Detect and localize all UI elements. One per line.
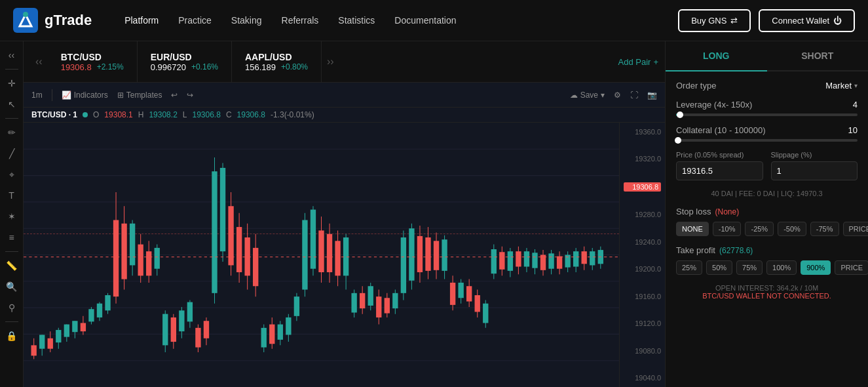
plus-icon: +: [653, 57, 658, 67]
tp-btn-100[interactable]: 100%: [766, 260, 797, 275]
add-pair-label: Add Pair: [618, 57, 651, 67]
logo: gTrade: [13, 8, 92, 33]
leverage-thumb[interactable]: [677, 112, 683, 118]
undo-button[interactable]: ↩: [171, 91, 178, 100]
svg-rect-49: [179, 310, 184, 331]
pair-tab-eurusd[interactable]: EUR/USD 0.996720 +0.16%: [138, 41, 232, 82]
svg-rect-67: [253, 248, 258, 286]
svg-rect-45: [162, 314, 168, 346]
order-info: 40 DAI | FEE: 0 DAI | LIQ: 14970.3: [676, 190, 858, 197]
pair-tab-aaplusd[interactable]: AAPL/USD 156.189 +0.80%: [232, 41, 322, 82]
pair-tab-btcusd[interactable]: BTC/USD 19306.8 +2.15%: [48, 41, 138, 82]
settings-icon[interactable]: ⚙: [614, 91, 621, 100]
svg-rect-115: [450, 283, 455, 305]
tp-btn-25[interactable]: 25%: [676, 260, 702, 275]
svg-rect-141: [557, 256, 562, 269]
nav-practice[interactable]: Practice: [178, 12, 212, 28]
svg-rect-103: [401, 237, 406, 293]
buy-gns-button[interactable]: Buy GNS ⇄: [678, 9, 751, 32]
timeframe-selector[interactable]: 1m: [31, 91, 43, 100]
chevron-down-icon: ▾: [601, 91, 605, 100]
nav-referrals[interactable]: Referrals: [282, 12, 319, 28]
take-profit-buttons: 25% 50% 75% 100% 900% PRICE: [676, 260, 858, 275]
leverage-slider[interactable]: [676, 113, 858, 116]
sl-btn-75[interactable]: -75%: [810, 222, 839, 236]
take-profit-title: Take profit: [676, 245, 715, 255]
sl-btn-price[interactable]: PRICE: [843, 222, 868, 236]
svg-rect-113: [442, 239, 447, 271]
zoom-out-icon[interactable]: 🔍: [3, 278, 20, 295]
order-type-row: Order type Market ▾: [676, 81, 858, 91]
pair-nav-left[interactable]: ‹‹: [30, 56, 48, 68]
sl-btn-25[interactable]: -25%: [745, 222, 774, 236]
open-interest-text: OPEN INTEREST: 364.2k / 10M: [676, 284, 858, 292]
header: gTrade Platform Practice Staking Referra…: [0, 0, 868, 41]
tab-long[interactable]: LONG: [666, 41, 767, 71]
ohlc-pair: BTC/USD · 1: [31, 110, 77, 119]
svg-rect-79: [302, 220, 307, 289]
line-icon[interactable]: ╱: [3, 145, 20, 162]
chart-area: ‹‹ BTC/USD 19306.8 +2.15% EUR/USD 0.9967…: [24, 41, 665, 387]
svg-rect-105: [409, 228, 414, 281]
sl-btn-10[interactable]: -10%: [713, 222, 742, 236]
svg-rect-53: [195, 328, 200, 348]
svg-rect-51: [187, 302, 193, 322]
pen-icon[interactable]: ✏: [3, 124, 20, 141]
ohlc-bar: BTC/USD · 1 O 19308.1 H 19308.2 L 19306.…: [24, 108, 665, 123]
tab-short[interactable]: SHORT: [767, 41, 869, 70]
pair-nav-right[interactable]: ››: [322, 56, 339, 68]
redo-button[interactable]: ↪: [187, 91, 193, 100]
templates-button[interactable]: ⊞ Templates: [117, 91, 162, 100]
lock-icon[interactable]: 🔒: [3, 327, 20, 344]
star-icon[interactable]: ✶: [3, 208, 20, 225]
svg-rect-63: [236, 227, 242, 272]
template-icon: ⊞: [117, 91, 124, 100]
slippage-value[interactable]: 1: [771, 161, 858, 180]
sl-btn-50[interactable]: -50%: [778, 222, 806, 236]
sl-btn-none[interactable]: NONE: [676, 222, 709, 236]
price-level-5: 19200.0: [624, 265, 661, 273]
tp-btn-75[interactable]: 75%: [736, 260, 763, 275]
svg-rect-23: [72, 321, 77, 332]
stop-loss-buttons: NONE -10% -25% -50% -75% PRICE: [676, 222, 858, 236]
svg-rect-111: [434, 241, 439, 270]
ohlc-open: 19308.1: [104, 110, 132, 119]
nav-statistics[interactable]: Statistics: [338, 12, 375, 28]
fullscreen-icon[interactable]: ⛶: [630, 91, 638, 100]
connect-wallet-button[interactable]: Connect Wallet ⏻: [759, 9, 855, 32]
camera-icon[interactable]: 📷: [647, 91, 657, 100]
nav-platform[interactable]: Platform: [124, 12, 159, 28]
tp-btn-900[interactable]: 900%: [801, 260, 831, 275]
collateral-slider[interactable]: [676, 139, 858, 142]
price-level-2: 19320.0: [624, 155, 661, 163]
stop-loss-section: Stop loss (None) NONE -10% -25% -50% -75…: [676, 207, 858, 236]
text-icon[interactable]: T: [3, 187, 20, 204]
save-button[interactable]: ☁ Save ▾: [570, 91, 605, 100]
connect-wallet-label: Connect Wallet: [772, 16, 829, 26]
svg-rect-97: [376, 296, 381, 317]
wallet-warning: BTC/USD WALLET NOT CONNECTED.: [676, 292, 858, 300]
magnet-icon[interactable]: ⚲: [3, 299, 20, 316]
stop-loss-title: Stop loss: [676, 207, 711, 216]
nav-staking[interactable]: Staking: [231, 12, 262, 28]
collateral-thumb[interactable]: [675, 137, 681, 144]
svg-rect-83: [318, 230, 324, 272]
nav-documentation[interactable]: Documentation: [394, 12, 456, 28]
tp-btn-price[interactable]: PRICE: [835, 260, 868, 275]
ohlc-close-label: C: [226, 110, 232, 119]
chevron-left-icon[interactable]: ‹‹: [3, 47, 20, 64]
tp-btn-50[interactable]: 50%: [706, 260, 732, 275]
svg-rect-85: [327, 234, 332, 272]
take-profit-header: Take profit (62778.6): [676, 245, 858, 255]
order-type-value[interactable]: Market ▾: [825, 81, 858, 91]
save-label: Save: [580, 91, 598, 100]
crosshair-icon[interactable]: ✛: [3, 75, 20, 92]
measure-icon[interactable]: ⌖: [3, 166, 20, 183]
add-pair-button[interactable]: Add Pair +: [618, 57, 658, 67]
layers-icon[interactable]: ≡: [3, 229, 20, 246]
leverage-row: Leverage (4x- 150x) 4: [676, 100, 858, 110]
leverage-value: 4: [853, 100, 858, 110]
ruler-icon[interactable]: 📏: [3, 257, 20, 274]
indicators-button[interactable]: 📈 Indicators: [62, 91, 108, 100]
cursor-icon[interactable]: ↖: [3, 96, 20, 113]
